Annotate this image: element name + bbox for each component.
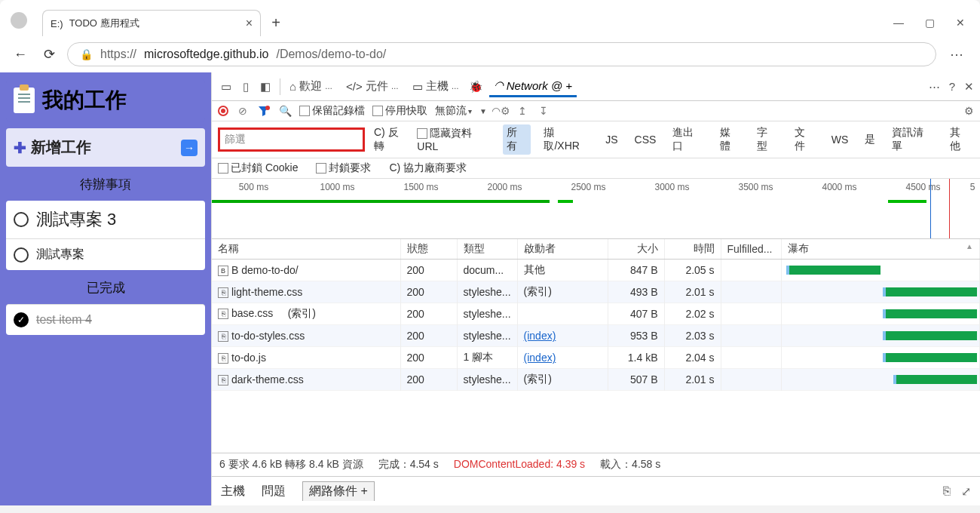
svg-point-0 <box>265 106 270 110</box>
disable-cache-checkbox[interactable]: 停用快取 <box>372 104 427 118</box>
col-name[interactable]: 名稱 <box>212 239 400 260</box>
file-icon: ⎘ <box>218 331 228 342</box>
submit-icon[interactable]: → <box>181 140 198 156</box>
task-label: 測試專案 3 <box>36 208 116 231</box>
browser-tab[interactable]: E:) TODO 應用程式 × <box>42 10 261 36</box>
maximize-icon[interactable]: ▢ <box>925 17 935 29</box>
inspect-icon[interactable]: ▭ <box>218 78 234 95</box>
col-waterfall[interactable]: 瀑布 <box>781 239 979 260</box>
type-other[interactable]: 其他 <box>946 124 974 155</box>
drawer-tab-issues[interactable]: 問題 <box>262 484 286 499</box>
devtools-panel: ▭ ▯ ◧ ⌂歡迎… </>元件… ▭主機… 🐞 ◠Network @ + ⋯ … <box>211 72 980 505</box>
upload-icon[interactable]: ↥ <box>516 104 529 118</box>
filter-toggle-icon[interactable] <box>257 104 271 118</box>
col-size[interactable]: 大小 <box>608 239 664 260</box>
file-icon: ⎘ <box>218 375 228 386</box>
blocked-requests-checkbox[interactable]: 封鎖要求 <box>316 161 371 175</box>
table-row[interactable]: ⎘base.css (索引) 200styleshe... 407 B2.02 … <box>212 303 980 325</box>
checkbox-checked-icon[interactable]: ✓ <box>14 312 29 327</box>
col-type[interactable]: 類型 <box>457 239 517 260</box>
type-js[interactable]: JS <box>602 132 621 147</box>
col-initiator[interactable]: 啟動者 <box>517 239 608 260</box>
bug-icon[interactable]: 🐞 <box>468 78 485 95</box>
type-css[interactable]: CSS <box>631 132 660 147</box>
type-media[interactable]: 媒體 <box>716 124 744 155</box>
address-bar[interactable]: 🔒 https://microsoftedge.github.io/Demos/… <box>67 42 936 66</box>
drawer-tab-host[interactable]: 主機 <box>221 484 245 499</box>
network-table: 名稱 狀態 類型 啟動者 大小 時間 Fulfilled... 瀑布 B B d… <box>212 239 980 391</box>
table-row[interactable]: ⎘dark-theme.css 200styleshe...(索引) 507 B… <box>212 369 980 391</box>
clear-icon[interactable]: ⊘ <box>236 104 250 118</box>
checkbox-empty-icon[interactable] <box>14 212 29 227</box>
close-devtools-icon[interactable]: ✕ <box>964 80 974 94</box>
search-icon[interactable]: 🔍 <box>278 104 292 118</box>
dock-icon[interactable]: ◧ <box>257 78 274 95</box>
filter-input[interactable]: 篩選 <box>218 127 365 152</box>
network-statusbar: 6 要求 4.6 kB 轉移 8.4 kB 資源 完成：4.54 s DOMCo… <box>212 453 980 476</box>
lock-icon: 🔒 <box>80 48 93 60</box>
more-tools-icon[interactable]: ⋯ <box>929 80 940 94</box>
close-window-icon[interactable]: ✕ <box>956 17 965 29</box>
status-load: 載入：4.58 s <box>600 458 660 472</box>
url-scheme: https:// <box>100 48 136 61</box>
task-item[interactable]: 測試專案 <box>6 238 205 270</box>
refresh-button[interactable]: ⟳ <box>39 43 60 66</box>
drawer-export-icon[interactable]: ⎘ <box>943 484 951 499</box>
tab-title: TODO 應用程式 <box>69 17 139 30</box>
back-button[interactable]: ← <box>9 44 32 66</box>
col-time[interactable]: 時間 <box>664 239 721 260</box>
blocked-cookies-checkbox[interactable]: 已封鎖 Cookie <box>218 161 298 175</box>
tab-welcome[interactable]: ⌂歡迎… <box>285 76 337 97</box>
table-row[interactable]: B B demo-to-do/ 200docum...其他 847 B2.05 … <box>212 260 980 281</box>
file-icon: ⎘ <box>218 287 228 298</box>
type-img[interactable]: 進出口 <box>669 124 707 155</box>
plus-icon: ✚ <box>14 139 26 157</box>
drawer-expand-icon[interactable]: ⤢ <box>961 484 971 499</box>
type-ws[interactable]: WS <box>828 132 853 147</box>
close-tab-icon[interactable]: × <box>246 17 253 30</box>
code-icon: </> <box>346 80 363 93</box>
throttle-select[interactable]: 無節流 <box>435 104 472 118</box>
tab-host[interactable]: ▭主機… <box>408 76 464 97</box>
checkbox-empty-icon[interactable] <box>14 247 29 263</box>
hide-data-urls-checkbox[interactable]: 隱藏資料 URL <box>417 127 494 152</box>
task-label: 測試專案 <box>36 247 84 263</box>
browser-menu-icon[interactable]: ⋯ <box>944 43 971 66</box>
type-all[interactable]: 所有 <box>503 124 531 155</box>
type-font[interactable]: 字型 <box>753 124 781 155</box>
file-icon: ⎘ <box>218 309 228 319</box>
help-icon[interactable]: ? <box>949 80 955 93</box>
tab-network[interactable]: ◠Network @ + <box>489 75 577 97</box>
device-icon[interactable]: ▯ <box>237 78 254 95</box>
task-item[interactable]: 測試專案 3 <box>6 201 205 238</box>
table-row[interactable]: ⎘light-theme.css 200styleshe...(索引) 493 … <box>212 281 980 303</box>
record-button[interactable] <box>218 106 228 116</box>
preserve-log-checkbox[interactable]: 保留記錄檔 <box>299 104 365 118</box>
new-tab-button[interactable]: + <box>265 12 286 33</box>
task-label: test item 4 <box>36 313 92 327</box>
type-wasm[interactable]: 是 <box>861 131 879 148</box>
add-task-button[interactable]: ✚ 新增工作 → <box>6 128 205 167</box>
type-doc[interactable]: 文件 <box>791 124 819 155</box>
col-status[interactable]: 狀態 <box>400 239 457 260</box>
settings-icon[interactable]: ⚙ <box>964 105 974 117</box>
todo-app: 我的工作 ✚ 新增工作 → 待辦事項 測試專案 3 測試專案 已完成 ✓ tes… <box>0 72 211 505</box>
type-manifest[interactable]: 資訊清單 <box>888 124 936 155</box>
profile-avatar[interactable] <box>11 12 27 29</box>
network-conditions-icon[interactable]: ◠⚙ <box>495 104 508 118</box>
type-fetch[interactable]: 擷取/XHR <box>540 124 593 155</box>
download-icon[interactable]: ↧ <box>537 104 550 118</box>
thirdparty-label[interactable]: C) 協力廠商要求 <box>389 161 467 175</box>
task-item-done[interactable]: ✓ test item 4 <box>6 304 205 335</box>
timeline-overview[interactable]: 500 ms1000 ms1500 ms2000 ms2500 ms3000 m… <box>212 179 980 239</box>
status-dcl: DOMContentLoaded: 4.39 s <box>454 458 585 472</box>
drawer-tab-network-conditions[interactable]: 網路條件 + <box>302 481 375 501</box>
status-finish: 完成：4.54 s <box>378 458 439 472</box>
table-row[interactable]: ⎘to-do-styles.css 200styleshe...(index) … <box>212 325 980 347</box>
invert-label[interactable]: C) 反轉 <box>374 126 408 153</box>
col-fulfilled[interactable]: Fulfilled... <box>721 239 781 260</box>
minimize-icon[interactable]: ― <box>893 17 904 29</box>
tab-elements[interactable]: </>元件… <box>341 76 403 97</box>
table-row[interactable]: ⎘to-do.js 2001 腳本(index) 1.4 kB2.04 s <box>212 347 980 369</box>
file-icon: ⎘ <box>218 353 228 364</box>
